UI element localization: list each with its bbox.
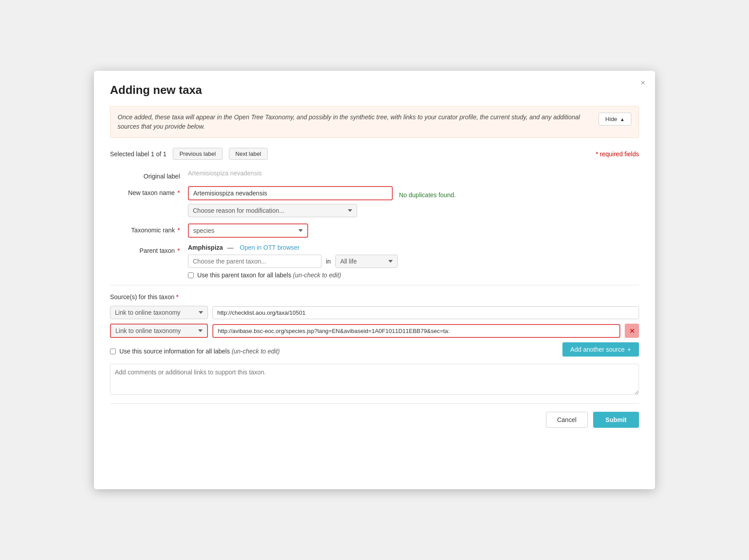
modal-footer: Cancel Submit <box>110 403 639 438</box>
original-label-label: Original label <box>110 170 188 180</box>
life-select[interactable]: All life Animals Plants Fungi <box>335 255 398 268</box>
source-all-labels-checkbox[interactable] <box>110 349 116 354</box>
remove-source-button-2[interactable]: ✕ <box>625 324 639 338</box>
add-source-label: Add another source <box>570 346 625 353</box>
parent-taxon-checkbox-label: Use this parent taxon for all labels (un… <box>197 272 341 279</box>
source-type-select-1[interactable]: Link to online taxonomy DOI URL <box>110 306 208 319</box>
modal-title: Adding new taxa <box>110 83 639 97</box>
parent-taxon-name: Amphispiza <box>188 244 223 251</box>
hide-label: Hide <box>605 116 617 122</box>
no-duplicates-badge: No duplicates found. <box>399 188 456 199</box>
new-taxon-name-input[interactable] <box>188 186 393 200</box>
taxonomic-rank-label: Taxonomic rank * <box>110 223 188 234</box>
reason-select[interactable]: Choose reason for modification... Spelli… <box>188 204 357 217</box>
cancel-button[interactable]: Cancel <box>546 412 588 428</box>
add-source-button[interactable]: Add another source + <box>562 342 639 357</box>
new-taxon-name-label: New taxon name * <box>110 186 188 196</box>
comments-textarea[interactable] <box>110 364 639 395</box>
ott-browser-link[interactable]: Open in OTT browser <box>240 244 299 251</box>
sources-section: Source(s) for this taxon * Link to onlin… <box>110 285 639 396</box>
original-label-row: Original label Artemisiospiza nevadensis <box>110 170 639 180</box>
sources-section-label: Source(s) for this taxon * <box>110 293 639 300</box>
source-checkbox-label: Use this source information for all labe… <box>119 348 280 355</box>
plus-icon: + <box>627 346 631 353</box>
parent-taxon-label: Parent taxon * <box>110 244 188 254</box>
new-taxon-name-row: New taxon name * No duplicates found. Ch… <box>110 186 639 217</box>
parent-taxon-dash: — <box>227 244 233 251</box>
parent-taxon-search-input[interactable] <box>188 255 322 268</box>
banner-text: Once added, these taxa will appear in th… <box>118 113 591 131</box>
form-section: Original label Artemisiospiza nevadensis… <box>110 170 639 279</box>
info-banner: Once added, these taxa will appear in th… <box>110 106 639 138</box>
source-row-2: Link to online taxonomy DOI URL ✕ <box>110 324 639 338</box>
taxonomic-rank-select[interactable]: species genus family order class phylum … <box>188 223 308 238</box>
taxonomic-rank-row: Taxonomic rank * species genus family or… <box>110 223 639 238</box>
required-fields-note: * required fields <box>596 150 639 158</box>
next-label-button[interactable]: Next label <box>229 148 268 160</box>
original-label-value: Artemisiospiza nevadensis <box>188 166 262 177</box>
chevron-up-icon: ▲ <box>620 117 625 122</box>
close-button[interactable]: × <box>640 79 645 87</box>
parent-taxon-row: Parent taxon * Amphispiza — Open in OTT … <box>110 244 639 279</box>
submit-button[interactable]: Submit <box>593 412 639 428</box>
source-url-input-1[interactable] <box>212 306 639 319</box>
parent-taxon-all-labels-checkbox[interactable] <box>188 272 194 278</box>
prev-label-button[interactable]: Previous label <box>173 148 223 160</box>
hide-button[interactable]: Hide ▲ <box>598 113 631 126</box>
source-type-select-2[interactable]: Link to online taxonomy DOI URL <box>110 324 208 338</box>
source-url-input-2[interactable] <box>212 324 620 338</box>
source-row-1: Link to online taxonomy DOI URL <box>110 306 639 319</box>
label-nav-row: Selected label 1 of 1 Previous label Nex… <box>110 148 639 160</box>
add-taxa-modal: × Adding new taxa Once added, these taxa… <box>94 71 655 489</box>
sources-footer: Use this source information for all labe… <box>110 342 639 357</box>
selected-label-text: Selected label 1 of 1 <box>110 150 167 158</box>
in-label: in <box>326 258 331 265</box>
